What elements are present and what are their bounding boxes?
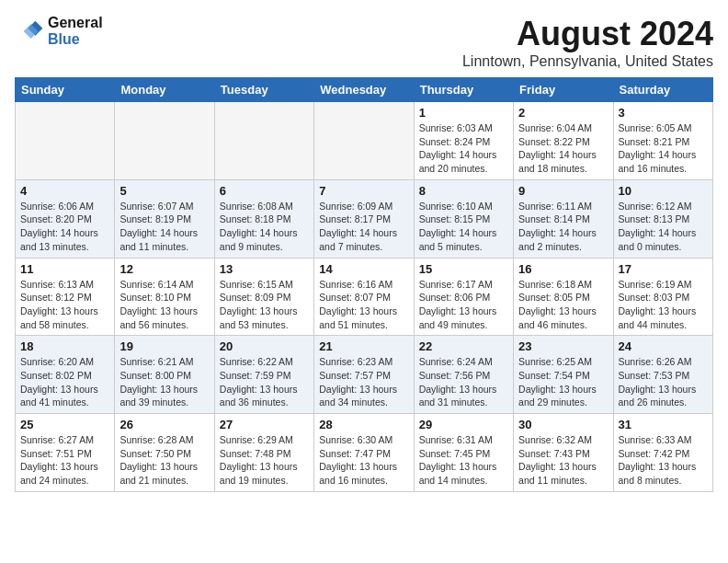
calendar-day-cell [115, 102, 214, 180]
day-info: Sunrise: 6:22 AMSunset: 7:59 PMDaylight:… [220, 355, 309, 409]
calendar-day-cell: 4Sunrise: 6:06 AMSunset: 8:20 PMDaylight… [16, 179, 115, 258]
day-info: Sunrise: 6:09 AMSunset: 8:17 PMDaylight:… [319, 200, 408, 254]
calendar-day-cell: 16Sunrise: 6:18 AMSunset: 8:05 PMDayligh… [514, 258, 613, 336]
calendar-header-wednesday: Wednesday [314, 78, 414, 102]
day-number: 9 [518, 184, 608, 198]
day-info: Sunrise: 6:24 AMSunset: 7:56 PMDaylight:… [419, 355, 508, 409]
logo-icon [15, 17, 44, 46]
day-info: Sunrise: 6:06 AMSunset: 8:20 PMDaylight:… [20, 200, 109, 254]
day-info: Sunrise: 6:33 AMSunset: 7:42 PMDaylight:… [619, 433, 708, 488]
day-info: Sunrise: 6:07 AMSunset: 8:19 PMDaylight:… [119, 200, 209, 254]
day-info: Sunrise: 6:30 AMSunset: 7:47 PMDaylight:… [319, 433, 408, 488]
day-info: Sunrise: 6:08 AMSunset: 8:18 PMDaylight:… [220, 200, 309, 254]
day-info: Sunrise: 6:27 AMSunset: 7:51 PMDaylight:… [20, 433, 109, 488]
calendar-header-monday: Monday [115, 78, 214, 102]
calendar-day-cell: 6Sunrise: 6:08 AMSunset: 8:18 PMDaylight… [214, 179, 313, 258]
day-info: Sunrise: 6:20 AMSunset: 8:02 PMDaylight:… [20, 355, 109, 409]
day-number: 24 [619, 339, 708, 353]
day-number: 22 [419, 339, 508, 353]
day-number: 20 [220, 339, 309, 353]
title-block: August 2024 Linntown, Pennsylvania, Unit… [462, 15, 713, 70]
day-number: 4 [20, 184, 109, 198]
calendar-header-tuesday: Tuesday [214, 78, 313, 102]
calendar-header-friday: Friday [514, 78, 613, 102]
calendar-day-cell: 25Sunrise: 6:27 AMSunset: 7:51 PMDayligh… [16, 414, 115, 492]
calendar-day-cell: 22Sunrise: 6:24 AMSunset: 7:56 PMDayligh… [414, 336, 513, 414]
day-info: Sunrise: 6:18 AMSunset: 8:05 PMDaylight:… [518, 278, 608, 332]
calendar-week-row: 11Sunrise: 6:13 AMSunset: 8:12 PMDayligh… [16, 258, 713, 336]
day-info: Sunrise: 6:26 AMSunset: 7:53 PMDaylight:… [619, 355, 708, 409]
day-number: 31 [619, 418, 708, 431]
calendar-header-sunday: Sunday [16, 78, 115, 102]
calendar-day-cell [214, 102, 313, 180]
day-info: Sunrise: 6:29 AMSunset: 7:48 PMDaylight:… [220, 433, 309, 488]
calendar-day-cell: 24Sunrise: 6:26 AMSunset: 7:53 PMDayligh… [613, 336, 712, 414]
calendar-header-saturday: Saturday [613, 78, 712, 102]
day-info: Sunrise: 6:15 AMSunset: 8:09 PMDaylight:… [220, 278, 309, 332]
day-number: 25 [20, 418, 109, 431]
day-number: 5 [119, 184, 209, 198]
day-info: Sunrise: 6:28 AMSunset: 7:50 PMDaylight:… [119, 433, 209, 488]
day-info: Sunrise: 6:19 AMSunset: 8:03 PMDaylight:… [619, 278, 708, 332]
calendar-day-cell: 17Sunrise: 6:19 AMSunset: 8:03 PMDayligh… [613, 258, 712, 336]
day-info: Sunrise: 6:32 AMSunset: 7:43 PMDaylight:… [518, 433, 608, 488]
day-info: Sunrise: 6:17 AMSunset: 8:06 PMDaylight:… [419, 278, 508, 332]
calendar-day-cell: 13Sunrise: 6:15 AMSunset: 8:09 PMDayligh… [214, 258, 313, 336]
day-number: 29 [419, 418, 508, 431]
day-info: Sunrise: 6:23 AMSunset: 7:57 PMDaylight:… [319, 355, 408, 409]
day-number: 17 [619, 262, 708, 276]
calendar-week-row: 4Sunrise: 6:06 AMSunset: 8:20 PMDaylight… [16, 179, 713, 258]
day-number: 11 [20, 262, 109, 276]
calendar-header-thursday: Thursday [414, 78, 513, 102]
day-info: Sunrise: 6:25 AMSunset: 7:54 PMDaylight:… [518, 355, 608, 409]
page-subtitle: Linntown, Pennsylvania, United States [462, 53, 713, 70]
day-number: 16 [518, 262, 608, 276]
calendar-day-cell: 5Sunrise: 6:07 AMSunset: 8:19 PMDaylight… [115, 179, 214, 258]
calendar-week-row: 25Sunrise: 6:27 AMSunset: 7:51 PMDayligh… [16, 414, 713, 492]
calendar-header-row: SundayMondayTuesdayWednesdayThursdayFrid… [16, 78, 713, 102]
day-number: 14 [319, 262, 408, 276]
calendar-day-cell [314, 102, 414, 180]
day-info: Sunrise: 6:10 AMSunset: 8:15 PMDaylight:… [419, 200, 508, 254]
day-info: Sunrise: 6:31 AMSunset: 7:45 PMDaylight:… [419, 433, 508, 488]
page-title: August 2024 [462, 15, 713, 53]
day-info: Sunrise: 6:14 AMSunset: 8:10 PMDaylight:… [119, 278, 209, 332]
day-info: Sunrise: 6:12 AMSunset: 8:13 PMDaylight:… [619, 200, 708, 254]
day-number: 23 [518, 339, 608, 353]
calendar-day-cell: 20Sunrise: 6:22 AMSunset: 7:59 PMDayligh… [214, 336, 313, 414]
calendar-day-cell: 10Sunrise: 6:12 AMSunset: 8:13 PMDayligh… [613, 179, 712, 258]
day-number: 2 [518, 106, 608, 120]
calendar-day-cell: 3Sunrise: 6:05 AMSunset: 8:21 PMDaylight… [613, 102, 712, 180]
calendar-table: SundayMondayTuesdayWednesdayThursdayFrid… [15, 77, 713, 492]
calendar-day-cell [16, 102, 115, 180]
calendar-day-cell: 15Sunrise: 6:17 AMSunset: 8:06 PMDayligh… [414, 258, 513, 336]
calendar-day-cell: 23Sunrise: 6:25 AMSunset: 7:54 PMDayligh… [514, 336, 613, 414]
day-info: Sunrise: 6:16 AMSunset: 8:07 PMDaylight:… [319, 278, 408, 332]
day-number: 13 [220, 262, 309, 276]
day-number: 27 [220, 418, 309, 431]
calendar-day-cell: 29Sunrise: 6:31 AMSunset: 7:45 PMDayligh… [414, 414, 513, 492]
day-info: Sunrise: 6:04 AMSunset: 8:22 PMDaylight:… [518, 121, 608, 176]
day-info: Sunrise: 6:21 AMSunset: 8:00 PMDaylight:… [119, 355, 209, 409]
day-number: 15 [419, 262, 508, 276]
day-number: 26 [119, 418, 209, 431]
day-number: 18 [20, 339, 109, 353]
calendar-day-cell: 31Sunrise: 6:33 AMSunset: 7:42 PMDayligh… [613, 414, 712, 492]
day-number: 12 [119, 262, 209, 276]
logo-text: General Blue [48, 15, 103, 48]
calendar-day-cell: 8Sunrise: 6:10 AMSunset: 8:15 PMDaylight… [414, 179, 513, 258]
day-number: 10 [619, 184, 708, 198]
calendar-day-cell: 9Sunrise: 6:11 AMSunset: 8:14 PMDaylight… [514, 179, 613, 258]
day-number: 21 [319, 339, 408, 353]
day-number: 1 [419, 106, 508, 120]
calendar-day-cell: 28Sunrise: 6:30 AMSunset: 7:47 PMDayligh… [314, 414, 414, 492]
day-number: 7 [319, 184, 408, 198]
day-info: Sunrise: 6:11 AMSunset: 8:14 PMDaylight:… [518, 200, 608, 254]
calendar-day-cell: 18Sunrise: 6:20 AMSunset: 8:02 PMDayligh… [16, 336, 115, 414]
calendar-day-cell: 27Sunrise: 6:29 AMSunset: 7:48 PMDayligh… [214, 414, 313, 492]
day-number: 8 [419, 184, 508, 198]
calendar-day-cell: 19Sunrise: 6:21 AMSunset: 8:00 PMDayligh… [115, 336, 214, 414]
day-number: 30 [518, 418, 608, 431]
calendar-week-row: 18Sunrise: 6:20 AMSunset: 8:02 PMDayligh… [16, 336, 713, 414]
day-info: Sunrise: 6:13 AMSunset: 8:12 PMDaylight:… [20, 278, 109, 332]
